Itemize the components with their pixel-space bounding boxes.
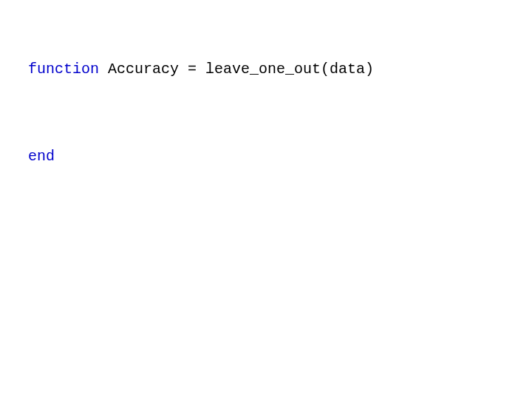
code-slide: function Accuracy = leave_one_out(data) … xyxy=(0,0,532,399)
code-line-2: end xyxy=(28,148,55,166)
keyword-end: end xyxy=(28,148,55,165)
keyword-function: function xyxy=(28,61,99,78)
code-line-1: function Accuracy = leave_one_out(data) xyxy=(28,61,374,78)
code-line-1-rest: Accuracy = leave_one_out(data) xyxy=(99,61,374,78)
